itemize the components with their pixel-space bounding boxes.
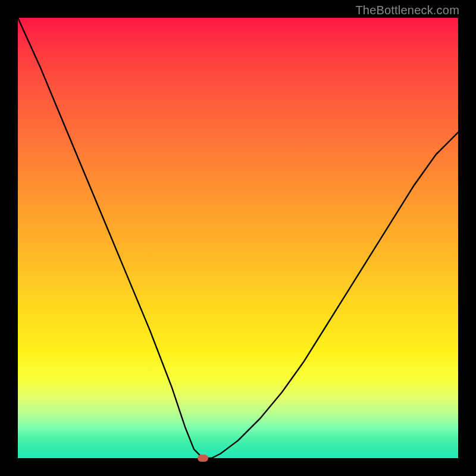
watermark-text: TheBottleneck.com xyxy=(355,4,459,17)
plot-area xyxy=(18,18,458,458)
chart-frame: TheBottleneck.com xyxy=(0,0,476,476)
curve-svg xyxy=(18,18,458,458)
optimum-marker xyxy=(198,455,208,462)
bottleneck-curve-path xyxy=(18,18,458,458)
